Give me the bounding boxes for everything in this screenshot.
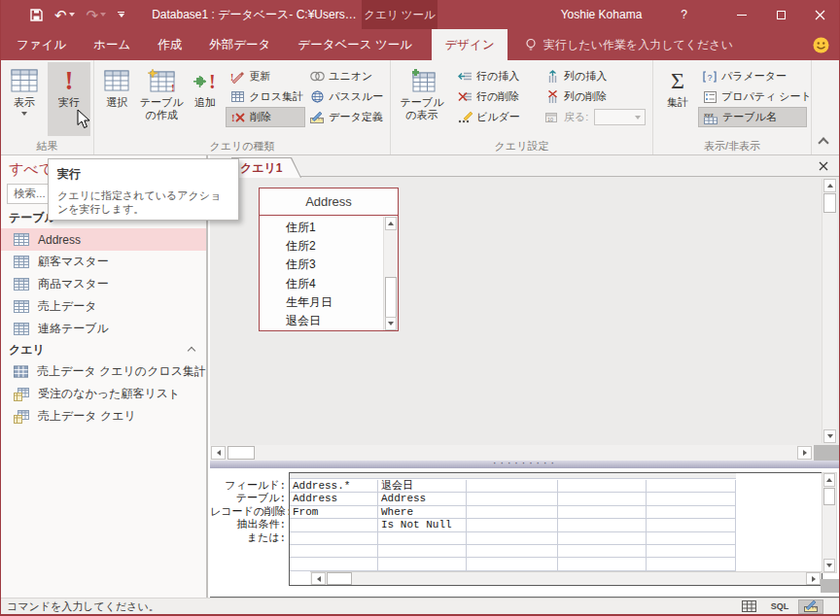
- field-item[interactable]: 住所3: [286, 256, 398, 274]
- scroll-down-button[interactable]: [823, 429, 836, 443]
- help-button[interactable]: ?: [681, 8, 687, 21]
- tab-create[interactable]: 作成: [144, 29, 195, 60]
- table-names-button[interactable]: xyz テーブル名: [698, 107, 807, 127]
- property-sheet-button[interactable]: プロパティ シート: [698, 86, 807, 107]
- grid-cell-delete[interactable]: [558, 506, 647, 519]
- view-button[interactable]: 表示: [5, 62, 44, 136]
- grid-cell-table[interactable]: [467, 493, 558, 505]
- grid-cell-or[interactable]: [647, 532, 736, 545]
- grid-hscrollbar[interactable]: [310, 571, 822, 585]
- data-definition-query-button[interactable]: データ定義: [305, 107, 390, 127]
- grid-cell-criteria[interactable]: [647, 519, 736, 531]
- update-query-button[interactable]: ! 更新: [226, 66, 305, 86]
- nav-item-no-order-customers-query[interactable]: 受注のなかった顧客リスト: [1, 383, 206, 405]
- grid-cell-delete[interactable]: [647, 506, 736, 519]
- make-table-query-button[interactable]: ! テーブルの作成: [136, 62, 188, 136]
- scrollbar-thumb[interactable]: [823, 193, 836, 213]
- grid-cell-table[interactable]: Address: [290, 493, 378, 505]
- nav-item-sales-data-query[interactable]: 売上データ クエリ: [1, 405, 206, 428]
- close-button[interactable]: [800, 0, 839, 29]
- grid-cell-table[interactable]: [647, 493, 736, 505]
- customize-qat-button[interactable]: [118, 12, 124, 17]
- grid-cell-or[interactable]: [378, 532, 467, 545]
- grid-cell-criteria[interactable]: [558, 519, 647, 531]
- nav-group-queries[interactable]: クエリ: [1, 340, 206, 360]
- grid-cell-delete[interactable]: Where: [378, 506, 467, 519]
- field-item[interactable]: 住所2: [286, 237, 398, 256]
- scrollbar-thumb[interactable]: [385, 277, 397, 318]
- field-item[interactable]: 住所4: [286, 275, 398, 293]
- grid-cell-delete[interactable]: [467, 506, 558, 519]
- scrollbar-thumb[interactable]: [228, 446, 255, 460]
- grid-cell-or[interactable]: [290, 532, 378, 545]
- grid-cell-field[interactable]: [467, 480, 558, 493]
- insert-columns-button[interactable]: 列の挿入: [541, 66, 649, 86]
- totals-button[interactable]: Σ 集計: [659, 62, 696, 136]
- maximize-button[interactable]: [761, 0, 800, 29]
- scroll-right-button[interactable]: [797, 446, 812, 460]
- scrollbar-thumb[interactable]: [823, 488, 835, 505]
- nav-item-customer-master[interactable]: 顧客マスター: [1, 251, 206, 273]
- scroll-up-button[interactable]: [385, 217, 397, 230]
- field-item[interactable]: 退会日: [286, 312, 398, 330]
- builder-button[interactable]: ビルダー: [453, 107, 541, 127]
- return-combo[interactable]: 10 戻る:: [541, 107, 649, 127]
- grid-cell-criteria[interactable]: [467, 519, 558, 531]
- scroll-down-button[interactable]: [385, 317, 397, 330]
- scroll-left-button[interactable]: [211, 446, 226, 460]
- tab-home[interactable]: ホーム: [80, 29, 144, 60]
- delete-rows-button[interactable]: 行の削除: [453, 86, 541, 107]
- grid-cell-field[interactable]: [558, 480, 647, 493]
- feedback-smiley-button[interactable]: [813, 37, 829, 57]
- grid-cell-criteria[interactable]: Is Not Null: [378, 519, 467, 531]
- pass-through-query-button[interactable]: パススルー: [305, 86, 390, 107]
- pane-splitter[interactable]: ·········: [210, 461, 839, 468]
- field-list-address[interactable]: Address 住所1 住所2 住所3 住所4 生年月日 退会日: [259, 188, 399, 331]
- nav-item-sales-data[interactable]: 売上データ: [1, 295, 206, 318]
- grid-cell-field[interactable]: 退会日: [378, 480, 467, 493]
- nav-item-product-master[interactable]: 商品マスター: [1, 273, 206, 295]
- save-button[interactable]: [30, 9, 43, 21]
- scroll-up-button[interactable]: [823, 179, 836, 192]
- grid-cell-field[interactable]: [647, 480, 736, 493]
- sql-view-button[interactable]: SQL: [767, 599, 792, 614]
- insert-rows-button[interactable]: 行の挿入: [453, 66, 541, 86]
- grid-vscrollbar[interactable]: [822, 472, 837, 573]
- field-item[interactable]: 住所1: [286, 219, 398, 237]
- tab-external-data[interactable]: 外部データ: [195, 29, 284, 60]
- parameters-button[interactable]: ? パラメーター: [698, 66, 807, 86]
- nav-item-crosstab-query[interactable]: 売上データ クエリのクロス集計: [1, 360, 206, 383]
- grid-cell-or[interactable]: [558, 532, 647, 545]
- grid-cell-or[interactable]: [467, 532, 558, 545]
- redo-button[interactable]: ↷: [87, 8, 107, 22]
- tab-file[interactable]: ファイル: [1, 29, 80, 60]
- document-tab-query1[interactable]: クエリ1: [231, 157, 301, 178]
- scrollbar-thumb[interactable]: [327, 572, 352, 585]
- grid-cell-table[interactable]: [558, 493, 647, 505]
- design-view-button[interactable]: [798, 599, 823, 614]
- account-name[interactable]: Yoshie Kohama: [561, 8, 643, 21]
- query-design-grid[interactable]: Address.* 退会日 Address Address From Where: [289, 472, 822, 586]
- scroll-left-button[interactable]: [311, 572, 326, 585]
- design-pane-vscrollbar[interactable]: [822, 179, 837, 443]
- scroll-right-button[interactable]: [806, 572, 821, 585]
- nav-item-contact-table[interactable]: 連絡テーブル: [1, 318, 206, 340]
- grid-cell-field[interactable]: Address.*: [290, 480, 378, 493]
- delete-query-button[interactable]: ! 削除: [226, 107, 305, 127]
- minimize-button[interactable]: [722, 0, 761, 29]
- collapse-ribbon-button[interactable]: [818, 137, 828, 148]
- scroll-up-button[interactable]: [823, 473, 835, 487]
- nav-item-address[interactable]: Address: [1, 228, 206, 251]
- grid-cell-criteria[interactable]: [290, 519, 378, 531]
- show-table-button[interactable]: テーブルの表示: [393, 62, 451, 136]
- grid-cell-table[interactable]: Address: [378, 493, 467, 505]
- tell-me-box[interactable]: 実行したい作業を入力してください: [525, 29, 733, 60]
- append-query-button[interactable]: ! 追加: [188, 62, 224, 136]
- crosstab-query-button[interactable]: クロス集計: [226, 86, 305, 107]
- select-query-button[interactable]: 選択: [98, 62, 136, 136]
- tab-design[interactable]: デザイン: [432, 29, 508, 60]
- scroll-down-button[interactable]: [823, 559, 835, 572]
- field-list-scrollbar[interactable]: [383, 217, 398, 330]
- datasheet-view-button[interactable]: [736, 599, 761, 614]
- return-dropdown[interactable]: [594, 109, 646, 125]
